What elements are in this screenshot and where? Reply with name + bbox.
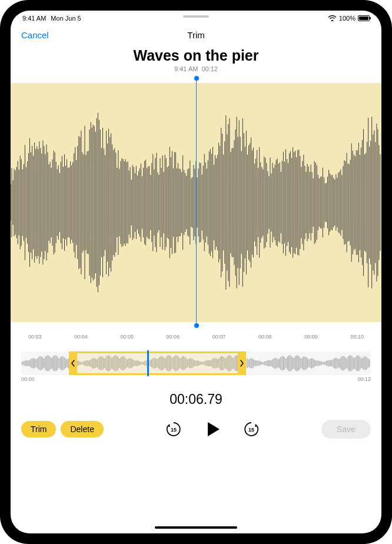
- skip-back-button[interactable]: 15: [165, 420, 182, 438]
- nav-title: Trim: [187, 30, 204, 40]
- recording-title: Waves on the pier: [11, 47, 381, 64]
- skip-forward-button[interactable]: 15: [242, 420, 260, 438]
- overview-end-time: 00:12: [357, 376, 371, 382]
- timeline-ticks: 00:03 00:04 00:05 00:06 00:07 00:08 00:0…: [11, 334, 381, 340]
- battery-icon: [358, 15, 370, 21]
- waveform-overview[interactable]: [21, 351, 371, 375]
- wifi-icon: [328, 15, 337, 22]
- status-time: 9:41 AM: [22, 15, 46, 22]
- trim-handle-end[interactable]: [238, 351, 246, 375]
- cancel-button[interactable]: Cancel: [21, 30, 49, 40]
- svg-text:15: 15: [171, 427, 177, 433]
- waveform-large[interactable]: 00:03 00:04 00:05 00:06 00:07 00:08 00:0…: [11, 78, 381, 343]
- sheet-grabber-icon[interactable]: [183, 15, 209, 18]
- trim-selection[interactable]: [77, 351, 238, 375]
- status-date: Mon Jun 5: [51, 15, 81, 22]
- battery-percent: 100%: [339, 15, 356, 22]
- home-indicator[interactable]: [155, 526, 237, 529]
- playhead[interactable]: [196, 78, 197, 326]
- delete-button[interactable]: Delete: [61, 421, 103, 437]
- overview-start-time: 00:00: [21, 376, 35, 382]
- trim-button[interactable]: Trim: [21, 421, 56, 437]
- current-time: 00:06.79: [11, 392, 381, 407]
- trim-handle-start[interactable]: [69, 351, 77, 375]
- overview-playhead[interactable]: [147, 350, 149, 376]
- save-button[interactable]: Save: [321, 420, 371, 439]
- svg-text:15: 15: [248, 427, 254, 433]
- play-button[interactable]: [202, 419, 222, 439]
- recording-subtitle: 9:41 AM00:12: [11, 65, 381, 72]
